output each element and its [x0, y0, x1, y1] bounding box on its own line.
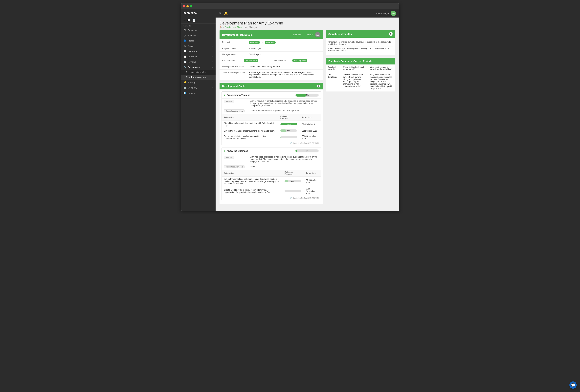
sidebar-item-dashboard[interactable]: ⊞ Dashboard: [181, 27, 216, 33]
support-label-1: Support requirements: [224, 109, 245, 112]
sidebar-item-profile[interactable]: 👤 Profile: [181, 38, 216, 43]
minimize-button[interactable]: [186, 5, 189, 7]
plan-avatar: AM: [315, 32, 320, 37]
fb-performed-1: Amy is a fantastic team player. She's al…: [340, 72, 368, 92]
sidebar-item-reports[interactable]: 📊 Reports ›: [181, 90, 216, 96]
goal-1-baseline: Baseline Amy is nervous in front of a bi…: [222, 98, 321, 108]
goal-1-progress-label: 48%: [305, 94, 309, 96]
chevron-right-icon: ›: [212, 82, 213, 83]
sidebar-sub-label: New development plan: [186, 76, 206, 78]
goal-2-progress-label: 6%: [306, 150, 308, 152]
action-col-step-2: Action step: [222, 170, 282, 177]
sidebar-item-label: Reports: [188, 92, 195, 94]
fb-col-provider: Feedback provider: [326, 65, 340, 72]
chevron-right-icon: ›: [212, 45, 213, 47]
action-progress-2-2: [282, 186, 303, 196]
table-row: Joe Employee Amy is a fantastic team pla…: [326, 72, 395, 92]
sidebar-item-reviews[interactable]: 📄 Reviews ›: [181, 59, 216, 65]
sidebar-item-label: Profile: [188, 39, 194, 42]
support-label-2: Support requirements: [224, 165, 245, 168]
doc-icon[interactable]: 📄: [192, 19, 196, 22]
baseline-label-2: Baseline: [224, 156, 234, 159]
action-target-2-1: 31st October 2019: [303, 177, 321, 186]
goal-2-support-value: suppport: [251, 165, 319, 168]
sidebar-sub-label: Development overview: [186, 71, 206, 73]
feedback-summary-card: Feedback Summary (Current Period) Feedba…: [326, 58, 395, 92]
plan-status-label: Plan status: [222, 41, 249, 43]
dev-goals-header: Development Goals 2: [220, 83, 323, 90]
sidebar-item-new-dev-plan[interactable]: New development plan: [181, 75, 216, 80]
close-button[interactable]: [183, 5, 185, 7]
chat-icon[interactable]: 💬: [187, 19, 191, 22]
goals-count-badge: 2: [317, 85, 320, 88]
breadcrumb: 🏠 › Development Plans › Amy Manager: [220, 26, 395, 28]
sig-item-2: Client relationships - Amy is great at b…: [328, 46, 393, 53]
feedback-summary-header: Feedback Summary (Current Period): [326, 58, 395, 65]
manager-name-value: Olivia Rogers: [249, 53, 320, 56]
summary-row: Summary of responsibilities Amy manages …: [220, 70, 323, 80]
page-title: Development Plan for Amy Example: [220, 21, 395, 25]
plan-details-card: Development Plan Details Draft plan → Fi…: [220, 30, 323, 80]
chevron-right-icon: ›: [212, 61, 213, 63]
action-step-1-1: Attend internal presentation workshop wi…: [222, 121, 278, 128]
expand-goal-2-icon[interactable]: ›: [224, 149, 225, 153]
sidebar-item-training[interactable]: 🔑 Training ›: [181, 80, 216, 85]
sidebar-item-dev-overview[interactable]: Development overview: [181, 70, 216, 75]
manager-name-row: Manager name Olivia Rogers: [220, 52, 323, 57]
topbar: ✉ 🔔 Amy Manager AM: [216, 9, 399, 17]
goal-2-action-table: Action step Estimated Progress Target da…: [222, 170, 321, 196]
plan-details-title: Development Plan Details: [222, 33, 253, 36]
expand-goal-1-icon[interactable]: ›: [224, 93, 225, 97]
mail-icon[interactable]: ✉: [219, 11, 221, 15]
action-col-target: Target date: [299, 114, 321, 121]
logo: peoplegoal: [181, 9, 216, 17]
plan-status-row: Plan status Draft plan → Final plan: [220, 39, 323, 46]
plan-end-row: Plan end date 31st May 2020: [271, 57, 323, 64]
development-submenu: Development overview New development pla…: [181, 70, 216, 80]
profile-icon: 👤: [183, 39, 186, 42]
dev-plan-label: Development Plan Name: [222, 66, 249, 68]
plan-start-value: 1st June 2019: [244, 59, 258, 62]
action-col-progress: Estimated Progress: [278, 114, 299, 121]
goal-1-card: › Presentation Training 48% Baselin: [222, 92, 321, 145]
sidebar-item-company[interactable]: 🏢 Company ›: [181, 85, 216, 90]
feedback-icon: 💬: [183, 50, 186, 53]
plan-details-header: Development Plan Details Draft plan → Fi…: [220, 30, 323, 39]
timeline-icon: ◷: [183, 34, 186, 37]
sidebar-item-label: Reviews: [188, 61, 196, 63]
goal-2-progress-fill: [295, 149, 297, 152]
goal-1-footer: 🕐 Created on 5th July 2019, 08:18AM: [222, 141, 321, 145]
sig-strengths-title: Signature strengths: [328, 33, 352, 35]
training-icon: 🔑: [183, 81, 186, 84]
main-content: Development Plan for Amy Example 🏠 › Dev…: [216, 17, 399, 211]
action-col-progress-2: Estimated Progress: [282, 170, 303, 177]
action-target-1-3: 30th September 2019: [299, 134, 321, 141]
company-icon: 🏢: [183, 86, 186, 89]
action-progress-2-1: 20%: [282, 177, 303, 186]
share-icon[interactable]: ⇄: [183, 19, 186, 22]
employee-name-label: Employee name: [222, 47, 249, 50]
sidebar-item-goals[interactable]: ◎ Goals ›: [181, 43, 216, 49]
goal-1-progress-bar: 48%: [295, 94, 319, 97]
sidebar-item-development[interactable]: 🔧 Development ∨: [181, 65, 216, 70]
sidebar-item-feedback[interactable]: 💬 Feedback ›: [181, 49, 216, 54]
dev-plan-name-row: Development Plan Name Development Plan f…: [220, 64, 323, 70]
sig-strengths-body: Organization - makes sure she covers all…: [326, 38, 395, 55]
sig-count-badge: 3: [389, 32, 393, 36]
table-row: Set up two lunchtime presentations to th…: [222, 128, 321, 134]
goal-2-footer: 🕐 Created on 5th July 2019, 08:21AM: [222, 196, 321, 200]
sidebar-item-timeline[interactable]: ◷ Timeline: [181, 33, 216, 38]
goal-2-card: › Know the Business 6% Baseline: [222, 147, 321, 200]
sidebar-item-label: Development: [188, 66, 200, 68]
sidebar-item-checkins[interactable]: 📋 Check-ins ›: [181, 54, 216, 59]
avatar: AM: [391, 11, 396, 16]
status-arrow-icon: →: [261, 41, 263, 44]
breadcrumb-item-2: Amy Manager: [245, 26, 257, 28]
feedback-summary-title: Feedback Summary (Current Period): [328, 60, 372, 63]
bell-icon[interactable]: 🔔: [224, 11, 228, 15]
maximize-button[interactable]: [190, 5, 192, 7]
draft-plan-flow-label: Draft plan: [293, 34, 301, 36]
goal-2-title: Know the Business: [227, 150, 295, 152]
action-target-1-2: 31st August 2019: [299, 128, 321, 134]
breadcrumb-item-1[interactable]: Development Plans: [225, 26, 242, 28]
